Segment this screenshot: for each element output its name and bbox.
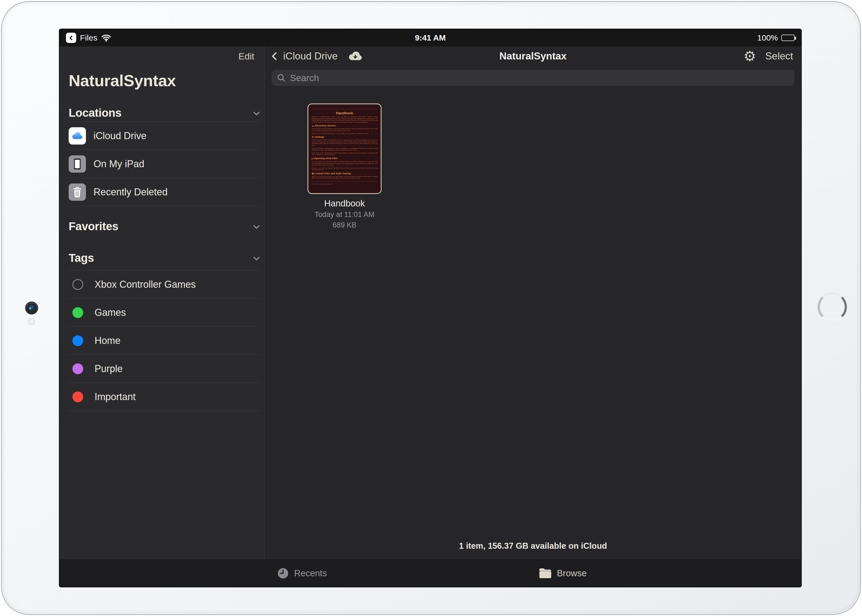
front-camera [26, 302, 37, 314]
thumb-footer: Thanks for using Natural Syntax! [311, 183, 378, 185]
gear-glyph-icon [311, 136, 314, 138]
thumb-paragraph: Note: some of the customization options … [311, 152, 378, 156]
thumb-heading: Importing ePub Files [311, 157, 378, 160]
sidebar-item-icloud-drive[interactable]: iCloud Drive [60, 122, 264, 150]
tag-circle-icon [72, 307, 83, 318]
sidebar-tag-xbox-controller-games[interactable]: Xbox Controller Games [60, 270, 264, 299]
cloud-download-icon[interactable] [348, 51, 363, 61]
import-glyph-icon [311, 157, 313, 160]
sidebar-tag-games[interactable]: Games [60, 299, 264, 327]
settings-gear-icon[interactable]: ⚙ [744, 49, 757, 63]
wifi-icon [101, 34, 111, 42]
thumb-paragraph: Pro tip: a number of people like to setu… [311, 148, 378, 151]
sidebar: Edit NaturalSyntax Locations iCloud [60, 47, 265, 559]
files-app-screen: Files 9:41 AM 100% E [60, 29, 801, 587]
file-item-handbook[interactable]: Handbook Welcome to Natural Syntax, with… [308, 104, 382, 229]
battery-icon [781, 35, 795, 41]
navigation-bar: iCloud Drive NaturalSyntax ⚙ Select [265, 47, 801, 66]
favorites-section-header[interactable]: Favorites [69, 217, 258, 236]
sidebar-item-on-my-ipad[interactable]: On My iPad [60, 150, 264, 178]
chevron-down-icon[interactable] [253, 254, 260, 261]
thumb-paragraph: While you're reading your book, you can … [311, 176, 378, 179]
icloud-drive-icon [69, 127, 86, 145]
search-input[interactable] [289, 72, 789, 83]
folder-icon [538, 568, 552, 579]
tab-bar: Recents Browse [60, 559, 801, 587]
status-time: 9:41 AM [415, 33, 446, 42]
chevron-down-icon[interactable] [253, 109, 260, 115]
status-bar: Files 9:41 AM 100% [60, 29, 801, 47]
thumb-heading: Lexical Color and Style Overlay [311, 172, 378, 175]
cloud-glyph-icon [311, 124, 314, 127]
tags-section-header[interactable]: Tags [69, 249, 258, 267]
thumb-heading: Discovery Service [311, 124, 378, 127]
thumb-paragraph: Please Note: The Discovery Service is on… [311, 133, 378, 135]
folder-title: NaturalSyntax [499, 50, 567, 62]
thumb-paragraph: Pro tip: If you only have your ePub file… [311, 167, 378, 171]
trash-icon [69, 184, 86, 201]
back-to-app-badge[interactable] [66, 33, 76, 43]
tab-browse[interactable]: Browse [538, 560, 587, 587]
ipad-icon [69, 156, 86, 173]
back-chevron-icon [272, 52, 280, 60]
locations-section-header[interactable]: Locations [69, 104, 258, 122]
back-chevron-icon [69, 35, 74, 40]
overlay-glyph-icon [311, 172, 314, 175]
tab-recents[interactable]: Recents [277, 560, 327, 587]
file-name: Handbook [308, 198, 382, 209]
divider [311, 181, 378, 182]
thumb-paragraph: At the top right of both the file browse… [311, 139, 378, 146]
tag-circle-icon [72, 391, 83, 402]
clock-icon [277, 567, 289, 580]
tag-circle-icon [72, 363, 83, 374]
thumb-paragraph: Welcome to Natural Syntax, within it you… [311, 116, 378, 123]
thumb-heading: Settings [311, 136, 378, 138]
file-browser-pane: iCloud Drive NaturalSyntax ⚙ Select [265, 47, 801, 559]
ipad-device-frame: { "status_bar": { "back_app": "Files", "… [0, 0, 862, 616]
chevron-down-icon[interactable] [253, 222, 260, 229]
thumb-paragraph: You can import your own ePub files into … [311, 161, 378, 166]
select-button[interactable]: Select [765, 50, 793, 62]
sidebar-tag-purple[interactable]: Purple [60, 355, 264, 383]
thumb-paragraph: At the top left of the file browser, you… [311, 128, 378, 131]
battery-percent: 100% [757, 33, 778, 42]
file-size: 689 KB [308, 221, 382, 229]
search-bar[interactable] [272, 70, 794, 86]
storage-summary: 1 item, 156.37 GB available on iCloud [265, 541, 801, 551]
file-modified-date: Today at 11:01 AM [308, 210, 382, 219]
sidebar-tag-important[interactable]: Important [60, 383, 264, 411]
sidebar-item-recently-deleted[interactable]: Recently Deleted [60, 178, 264, 206]
home-button[interactable] [818, 292, 847, 322]
sidebar-tag-home[interactable]: Home [60, 327, 264, 355]
tag-circle-icon [72, 279, 83, 290]
tag-circle-icon [72, 335, 83, 346]
back-button[interactable]: iCloud Drive [273, 50, 363, 62]
edit-button[interactable]: Edit [238, 51, 254, 61]
file-thumbnail[interactable]: Handbook Welcome to Natural Syntax, with… [308, 104, 382, 194]
search-icon [277, 74, 286, 82]
ambient-light-sensor [28, 318, 35, 325]
thumb-doc-title: Handbook [311, 111, 378, 115]
back-app-name[interactable]: Files [80, 33, 98, 42]
app-title: NaturalSyntax [69, 71, 176, 90]
